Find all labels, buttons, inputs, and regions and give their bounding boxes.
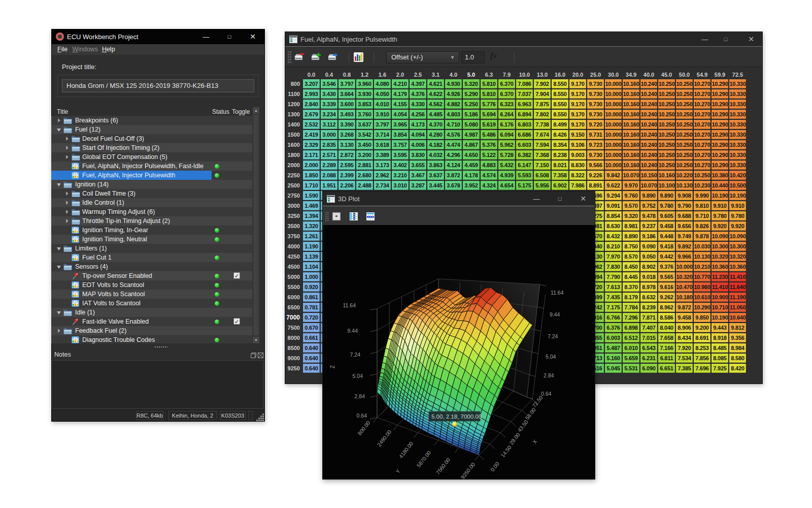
svg-text:9.44: 9.44 (348, 328, 358, 334)
svg-text:0.64: 0.64 (357, 412, 367, 419)
svg-text:9.44: 9.44 (550, 311, 560, 318)
svg-text:5.04: 5.04 (353, 373, 363, 379)
svg-text:11.64: 11.64 (343, 302, 356, 308)
svg-text:5.04: 5.04 (546, 354, 556, 360)
svg-text:7.24: 7.24 (350, 352, 361, 358)
svg-text:7.24: 7.24 (548, 333, 558, 339)
svg-text:5.00, 2.18, 7000.00: 5.00, 2.18, 7000.00 (431, 414, 482, 420)
svg-text:Z: Z (329, 365, 335, 368)
svg-text:11.64: 11.64 (551, 290, 564, 296)
svg-text:2.84: 2.84 (544, 372, 554, 378)
svg-text:2.84: 2.84 (355, 393, 365, 399)
svg-text:0.64: 0.64 (541, 391, 552, 397)
